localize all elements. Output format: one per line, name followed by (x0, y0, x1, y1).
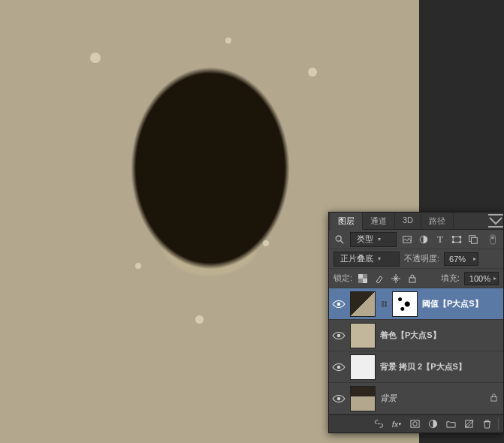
chevron-down-icon: ▸ (473, 255, 476, 262)
layer-thumbnail[interactable] (350, 354, 376, 380)
paint-splatter (195, 315, 204, 324)
new-group-icon[interactable] (442, 417, 459, 432)
svg-rect-25 (465, 420, 472, 427)
text-filter-icon[interactable]: T (434, 234, 446, 246)
svg-rect-16 (409, 278, 415, 282)
paint-splatter (135, 263, 141, 269)
layer-thumbnail[interactable] (350, 386, 376, 411)
separator (498, 418, 499, 430)
chevron-down-icon: ▸ (493, 275, 496, 282)
svg-rect-5 (452, 236, 454, 238)
shape-filter-icon[interactable] (451, 234, 463, 246)
chevron-down-icon: ▾ (378, 236, 381, 243)
svg-point-20 (337, 396, 341, 400)
svg-rect-7 (452, 241, 454, 243)
paint-splatter (90, 53, 101, 63)
layer-name-label[interactable]: 背景 拷贝 2【P大点S】 (380, 361, 500, 372)
visibility-toggle-icon[interactable] (332, 392, 346, 405)
panel-footer: fx▾ (329, 414, 503, 432)
mask-link-icon[interactable]: ⛓ (380, 300, 388, 308)
add-mask-icon[interactable] (406, 417, 423, 432)
svg-point-19 (337, 365, 341, 369)
svg-rect-21 (491, 397, 496, 402)
opacity-label: 不透明度: (404, 253, 439, 264)
blend-mode-dropdown[interactable]: 正片叠底 ▾ (333, 252, 400, 267)
smart-filter-icon[interactable] (467, 234, 479, 246)
opacity-value: 67% (449, 255, 466, 264)
svg-point-0 (336, 236, 341, 241)
visibility-toggle-icon[interactable] (332, 297, 346, 311)
layer-name-label[interactable]: 阈值【P大点S】 (422, 298, 500, 309)
filter-kind-dropdown[interactable]: 类型 ▾ (350, 232, 397, 247)
tab-layers[interactable]: 图层 (330, 212, 363, 230)
lock-position-icon[interactable] (390, 273, 402, 285)
lock-pixels-icon[interactable] (373, 273, 385, 285)
delete-layer-icon[interactable] (478, 417, 495, 432)
fill-label: 填充: (441, 273, 460, 284)
new-layer-icon[interactable] (460, 417, 477, 432)
new-adjustment-icon[interactable] (424, 417, 441, 432)
fill-value: 100% (469, 274, 490, 283)
blend-opacity-row: 正片叠底 ▾ 不透明度: 67% ▸ (329, 249, 503, 269)
blend-mode-value: 正片叠底 (340, 253, 373, 264)
layer-row-bgcopy[interactable]: 背景 拷贝 2【P大点S】 (329, 351, 503, 383)
svg-point-12 (491, 236, 494, 239)
layer-name-label[interactable]: 背景 (380, 393, 485, 404)
chevron-down-icon: ▾ (378, 255, 381, 262)
lock-transparency-icon[interactable] (357, 273, 369, 285)
opacity-field[interactable]: 67% ▸ (444, 252, 478, 266)
layer-row-background[interactable]: 背景 (329, 383, 503, 414)
paint-splatter (263, 240, 269, 246)
adjustment-filter-icon[interactable] (418, 234, 430, 246)
svg-point-17 (337, 302, 341, 306)
lock-fill-row: 锁定: 填充: 100% ▸ (329, 269, 503, 288)
layer-row-threshold[interactable]: ⛓ 阈值【P大点S】 (329, 288, 503, 320)
lock-all-icon[interactable] (406, 273, 418, 285)
visibility-toggle-icon[interactable] (332, 360, 346, 374)
fx-icon[interactable]: fx▾ (388, 417, 405, 432)
tab-paths[interactable]: 路径 (421, 212, 454, 229)
svg-rect-6 (460, 236, 462, 238)
layer-list: ⛓ 阈值【P大点S】 着色【P大点S】 背景 拷贝 2【P大点S】 背景 (329, 288, 503, 414)
search-icon (333, 234, 346, 246)
tab-channels[interactable]: 通道 (363, 212, 395, 229)
image-filter-icon[interactable] (401, 234, 413, 246)
svg-rect-10 (471, 237, 477, 243)
svg-rect-8 (460, 241, 462, 243)
svg-line-1 (341, 240, 344, 243)
fill-field[interactable]: 100% ▸ (464, 272, 499, 285)
filter-toggle-switch[interactable] (487, 234, 499, 246)
layer-filter-row: 类型 ▾ T (329, 230, 503, 249)
filter-kind-label: 类型 (357, 234, 373, 245)
visibility-toggle-icon[interactable] (332, 329, 346, 342)
panel-tab-bar: 图层 通道 3D 路径 (329, 212, 503, 230)
svg-rect-4 (453, 237, 460, 242)
layers-panel: 图层 通道 3D 路径 类型 ▾ T (328, 212, 504, 433)
paint-splatter (308, 68, 317, 77)
panel-menu-icon[interactable] (488, 212, 503, 229)
tab-3d[interactable]: 3D (395, 212, 421, 229)
svg-point-18 (337, 333, 341, 337)
svg-rect-15 (363, 279, 367, 283)
paint-splatter (225, 38, 231, 44)
link-layers-icon[interactable] (370, 417, 387, 432)
lock-label: 锁定: (333, 273, 352, 284)
layer-thumbnail[interactable] (350, 291, 376, 317)
layer-mask-thumbnail[interactable] (392, 291, 418, 317)
layer-name-label[interactable]: 着色【P大点S】 (380, 330, 500, 341)
layer-row-tint[interactable]: 着色【P大点S】 (329, 320, 503, 351)
svg-rect-14 (358, 274, 363, 279)
svg-point-23 (412, 422, 417, 426)
layer-thumbnail[interactable] (350, 323, 376, 348)
lock-icon (490, 393, 500, 403)
